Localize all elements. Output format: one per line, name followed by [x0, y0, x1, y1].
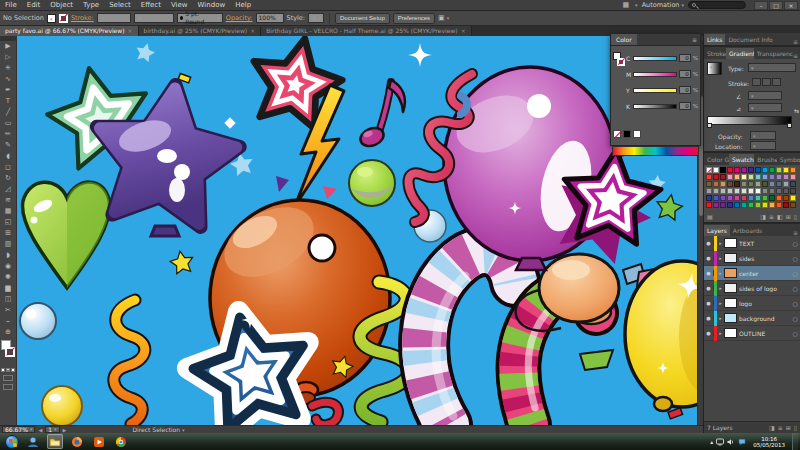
color-swatch[interactable]: [713, 181, 719, 187]
close-tab-icon[interactable]: ×: [461, 26, 466, 36]
make-mask-icon[interactable]: ◨: [769, 424, 775, 431]
artboard-navigation[interactable]: 1: [45, 426, 59, 433]
color-swatch[interactable]: [734, 188, 740, 194]
hand-tool-icon[interactable]: ⌣: [1, 316, 16, 327]
color-swatch[interactable]: [783, 167, 789, 173]
blend-tool-icon[interactable]: ◉: [1, 261, 16, 272]
stroke-gradient-along-button[interactable]: [762, 78, 771, 86]
expand-arrow-icon[interactable]: ▸: [717, 240, 724, 246]
visibility-eye-icon[interactable]: ●: [704, 315, 714, 321]
gradient-stop-left[interactable]: [707, 123, 712, 128]
layer-row-background[interactable]: ●▸background○: [704, 311, 800, 326]
color-swatch[interactable]: [783, 181, 789, 187]
tray-action-center-icon[interactable]: [738, 438, 746, 446]
color-swatch[interactable]: [727, 188, 733, 194]
yellow-ball[interactable]: [42, 386, 82, 425]
layer-row-center[interactable]: ●▸center○: [704, 266, 800, 281]
gradient-stop-right[interactable]: [787, 123, 792, 128]
expand-arrow-icon[interactable]: ▸: [717, 330, 724, 336]
target-circle-icon[interactable]: ○: [790, 270, 800, 277]
new-layer-icon[interactable]: ⊞: [786, 424, 791, 431]
color-swatch[interactable]: [713, 202, 719, 208]
color-swatch[interactable]: [769, 195, 775, 201]
color-swatch[interactable]: [783, 195, 789, 201]
taskbar-app-media-player[interactable]: [91, 434, 107, 449]
color-swatch[interactable]: [755, 195, 761, 201]
document-tab[interactable]: birthday.ai @ 25% (CMYK/Preview)×: [139, 26, 262, 36]
panel-menu-icon[interactable]: ≡: [793, 229, 800, 236]
preferences-button[interactable]: Preferences: [393, 13, 435, 24]
target-circle-icon[interactable]: ○: [790, 315, 800, 322]
align-options-icon[interactable]: ▣: [438, 14, 449, 23]
slider-value[interactable]: 0: [679, 86, 691, 94]
stroke-weight-dropdown[interactable]: [97, 13, 131, 23]
gradient-type-dropdown[interactable]: [748, 63, 796, 72]
free-transform-tool-icon[interactable]: ▦: [1, 206, 16, 217]
color-swatch[interactable]: [734, 174, 740, 180]
stroke-color-swatch[interactable]: [59, 14, 68, 23]
selection-tool-icon[interactable]: ▶: [1, 41, 16, 52]
color-swatch[interactable]: [720, 174, 726, 180]
eraser-tool-icon[interactable]: ◻: [1, 162, 16, 173]
target-circle-icon[interactable]: ○: [790, 255, 800, 262]
taskbar-app-explorer[interactable]: [47, 434, 63, 449]
color-swatch[interactable]: [776, 174, 782, 180]
gradient-tab-gradient[interactable]: Gradient: [726, 48, 754, 59]
swatch-libraries-icon[interactable]: ▤: [707, 213, 713, 220]
menu-window[interactable]: Window: [193, 1, 231, 9]
magic-wand-tool-icon[interactable]: ✳: [1, 63, 16, 74]
type-tool-icon[interactable]: T: [1, 96, 16, 107]
color-swatch[interactable]: [727, 174, 733, 180]
small-orange-balloon[interactable]: [539, 254, 619, 324]
color-swatch[interactable]: [769, 174, 775, 180]
color-swatch[interactable]: [734, 195, 740, 201]
color-swatch[interactable]: [713, 188, 719, 194]
draw-mode-button[interactable]: [3, 375, 13, 381]
color-swatch[interactable]: [762, 202, 768, 208]
width-tool-icon[interactable]: ≋: [1, 195, 16, 206]
gradient-slider[interactable]: [707, 116, 792, 125]
color-swatch[interactable]: [762, 195, 768, 201]
color-swatch[interactable]: [706, 174, 712, 180]
color-swatch[interactable]: [734, 181, 740, 187]
delete-swatch-icon[interactable]: ▯: [794, 213, 797, 220]
target-circle-icon[interactable]: ○: [790, 300, 800, 307]
color-swatch[interactable]: [790, 181, 796, 187]
color-swatch[interactable]: [727, 195, 733, 201]
gradient-tool-icon[interactable]: ▥: [1, 239, 16, 250]
slider-value[interactable]: 0: [679, 102, 691, 110]
color-swatch[interactable]: [769, 167, 775, 173]
visibility-eye-icon[interactable]: ●: [704, 255, 714, 261]
swatches-tab-swatches[interactable]: Swatches: [729, 154, 754, 165]
links-tab-document-info[interactable]: Document Info: [725, 34, 775, 45]
minimize-button[interactable]: –: [754, 1, 768, 10]
color-swatch[interactable]: [776, 195, 782, 201]
color-mode-button[interactable]: [1, 368, 5, 372]
color-swatch[interactable]: [706, 167, 712, 173]
eyedropper-tool-icon[interactable]: ◗: [1, 250, 16, 261]
visibility-eye-icon[interactable]: ●: [704, 240, 714, 246]
paintbrush-tool-icon[interactable]: ✏: [1, 129, 16, 140]
color-swatch[interactable]: [769, 202, 775, 208]
color-swatch[interactable]: [748, 188, 754, 194]
menu-view[interactable]: View: [166, 1, 193, 9]
color-swatch[interactable]: [734, 167, 740, 173]
color-swatch[interactable]: [748, 195, 754, 201]
document-tab[interactable]: Birthday GIRL - VELCRO - Half Theme.ai @…: [261, 26, 472, 36]
show-kinds-icon[interactable]: ◨: [760, 213, 766, 220]
color-swatch[interactable]: [706, 202, 712, 208]
opacity-link[interactable]: Opacity:: [226, 14, 253, 22]
scale-tool-icon[interactable]: ◿: [1, 184, 16, 195]
links-tab-links[interactable]: Links: [704, 34, 725, 45]
color-swatch[interactable]: [741, 174, 747, 180]
stroke-gradient-across-button[interactable]: [772, 78, 781, 86]
document-setup-button[interactable]: Document Setup: [335, 13, 390, 24]
rotate-tool-icon[interactable]: ↻: [1, 173, 16, 184]
menu-effect[interactable]: Effect: [136, 1, 166, 9]
menu-file[interactable]: File: [0, 1, 22, 9]
color-panel-tab[interactable]: Color: [611, 34, 637, 46]
gradient-thumbnail[interactable]: [707, 62, 722, 75]
zoom-tool-icon[interactable]: ⊕: [1, 327, 16, 338]
color-swatch[interactable]: [734, 202, 740, 208]
menu-edit[interactable]: Edit: [22, 1, 46, 9]
